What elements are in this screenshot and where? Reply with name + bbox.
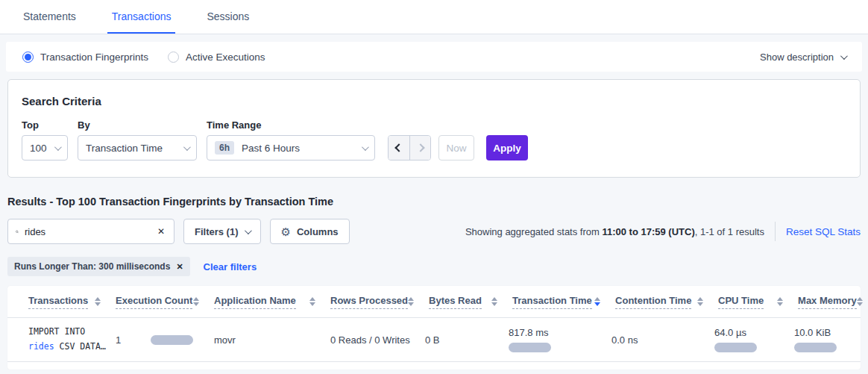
remove-filter-icon[interactable]: ✕ (176, 262, 183, 272)
time-range-badge: 6h (215, 141, 234, 155)
search-term-highlight: rides (28, 341, 54, 352)
radio-unselected-icon (168, 52, 179, 63)
time-range-field: Time Range 6h Past 6 Hours (207, 119, 375, 160)
search-criteria-title: Search Criteria (22, 95, 846, 107)
now-button[interactable]: Now (438, 135, 474, 160)
radio-label: Active Executions (186, 52, 265, 63)
results-heading: Results - Top 100 Transaction Fingerprin… (7, 196, 861, 208)
chevron-left-icon (394, 143, 403, 152)
filters-button[interactable]: Filters (1) (183, 219, 261, 244)
radio-transaction-fingerprints[interactable]: Transaction Fingerprints (22, 52, 148, 63)
execution-count-cell: 1 (116, 334, 214, 346)
search-box: ✕ (7, 219, 174, 244)
tab-sessions[interactable]: Sessions (202, 0, 254, 34)
columns-button-label: Columns (297, 226, 339, 237)
column-header-rows-processed[interactable]: Rows Processed (330, 295, 429, 309)
show-description-label: Show description (760, 52, 834, 63)
chevron-down-icon (54, 143, 62, 151)
table-row: IMPORT INTO rides CSV DATA… 1 movr 0 Rea… (7, 318, 861, 362)
search-criteria-card: Search Criteria Top 100 By Transaction T… (7, 79, 861, 178)
top-select-value: 100 (30, 143, 47, 154)
by-select-value: Transaction Time (86, 143, 163, 154)
top-field-label: Top (22, 119, 68, 131)
chevron-down-icon (362, 143, 369, 151)
radio-label: Transaction Fingerprints (40, 52, 148, 63)
columns-button[interactable]: ⚙ Columns (270, 219, 350, 244)
by-field: By Transaction Time (78, 119, 197, 160)
filter-chip-label: Runs Longer Than: 300 milliseconds (14, 261, 170, 272)
table-header-row: Transactions Execution Count Application… (7, 286, 861, 318)
by-select[interactable]: Transaction Time (78, 135, 197, 160)
results-table: Transactions Execution Count Application… (7, 286, 861, 370)
radio-active-executions[interactable]: Active Executions (168, 52, 265, 63)
chevron-down-icon (244, 227, 251, 234)
sort-icon[interactable] (193, 297, 199, 306)
contention-time-cell: 0.0 ns (611, 334, 714, 346)
chevron-right-icon (416, 143, 424, 152)
previous-time-range-button[interactable] (389, 136, 409, 160)
sort-icon[interactable] (491, 297, 497, 306)
toolbar-divider (775, 222, 776, 241)
sort-icon[interactable] (857, 297, 863, 306)
bytes-read-cell: 0 B (425, 334, 509, 346)
aggregated-stats-text: Showing aggregated stats from 11:00 to 1… (465, 226, 764, 237)
rows-processed-cell: 0 Reads / 0 Writes (330, 334, 425, 346)
search-input[interactable] (25, 226, 156, 237)
sort-icon[interactable] (309, 297, 315, 306)
sort-icon-active-desc[interactable] (594, 297, 600, 306)
results-toolbar: ✕ Filters (1) ⚙ Columns Showing aggregat… (7, 219, 861, 244)
clear-filters-link[interactable]: Clear filters (204, 261, 257, 272)
column-header-transactions[interactable]: Transactions (28, 295, 116, 309)
execution-count-bar (151, 335, 193, 345)
column-header-execution-count[interactable]: Execution Count (116, 295, 214, 309)
transaction-fingerprint-link[interactable]: IMPORT INTO rides CSV DATA… (28, 325, 116, 354)
column-header-contention-time[interactable]: Contention Time (615, 295, 718, 309)
time-range-value: Past 6 Hours (242, 143, 300, 154)
time-range-label: Time Range (207, 119, 375, 131)
time-range-select[interactable]: 6h Past 6 Hours (207, 135, 375, 160)
cpu-time-bar (714, 343, 757, 352)
view-toggle-row: Transaction Fingerprints Active Executio… (6, 42, 862, 72)
reset-sql-stats-link[interactable]: Reset SQL Stats (786, 226, 861, 237)
tab-statements[interactable]: Statements (19, 0, 81, 34)
column-header-application-name[interactable]: Application Name (214, 295, 330, 309)
transaction-time-cell: 817.8 ms (509, 327, 611, 352)
top-field: Top 100 (22, 119, 68, 160)
show-description-toggle[interactable]: Show description (760, 52, 846, 63)
column-header-bytes-read[interactable]: Bytes Read (429, 295, 512, 309)
column-header-max-memory[interactable]: Max Memory (798, 295, 868, 309)
sort-icon[interactable] (697, 297, 703, 306)
sort-icon[interactable] (777, 297, 783, 306)
radio-selected-icon (22, 52, 34, 63)
application-name-cell: movr (214, 334, 330, 346)
max-memory-cell: 10.0 KiB (794, 327, 861, 352)
column-header-transaction-time[interactable]: Transaction Time (512, 295, 615, 309)
active-filters-row: Runs Longer Than: 300 milliseconds ✕ Cle… (7, 257, 861, 276)
clear-search-icon[interactable]: ✕ (156, 226, 166, 237)
time-range-arrows (388, 135, 431, 160)
transaction-time-bar (509, 343, 551, 352)
filter-chip: Runs Longer Than: 300 milliseconds ✕ (7, 257, 190, 276)
next-time-range-button[interactable] (409, 136, 430, 160)
page-tabs: Statements Transactions Sessions (0, 0, 868, 34)
sort-icon[interactable] (408, 297, 414, 306)
chevron-down-icon (183, 143, 191, 151)
filters-button-label: Filters (1) (195, 226, 239, 237)
column-header-cpu-time[interactable]: CPU Time (718, 295, 798, 309)
max-memory-bar (794, 343, 837, 352)
gear-icon: ⚙ (281, 226, 291, 237)
cpu-time-cell: 64.0 µs (714, 327, 794, 352)
by-field-label: By (78, 119, 197, 131)
apply-button[interactable]: Apply (486, 135, 528, 160)
stats-time-range: 11:00 to 17:59 (UTC) (602, 226, 694, 237)
sort-icon[interactable] (95, 297, 101, 306)
search-criteria-form: Top 100 By Transaction Time Time Range 6… (22, 119, 846, 160)
top-select[interactable]: 100 (22, 135, 68, 160)
search-icon (16, 227, 19, 237)
chevron-down-icon (840, 52, 848, 60)
tab-transactions[interactable]: Transactions (107, 0, 176, 34)
